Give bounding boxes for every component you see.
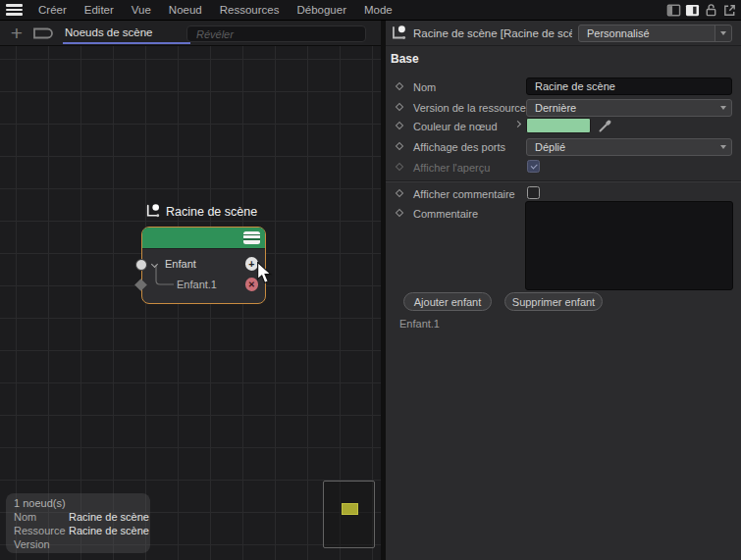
commentaire-checkbox[interactable] — [527, 186, 540, 199]
tab-noeuds-de-scene[interactable]: Noeuds de scène — [63, 21, 155, 45]
info-value: Racine de scène — [69, 510, 149, 524]
node-menu-icon[interactable] — [243, 231, 260, 244]
menu-editer[interactable]: Editer — [76, 0, 123, 21]
menu-noeud[interactable]: Noeud — [160, 0, 211, 21]
selection-info-box: 1 noeud(s) NomRacine de scène RessourceR… — [6, 493, 150, 553]
mouse-cursor — [256, 262, 273, 289]
node-title: Racine de scène — [144, 203, 257, 220]
ajouter-enfant-button[interactable]: Ajouter enfant — [403, 292, 492, 311]
scene-node-icon — [390, 25, 407, 46]
field-label-apercu: Afficher l'aperçu — [413, 162, 490, 174]
field-label-couleur: Couleur de nœud — [413, 121, 498, 132]
field-label-nom: Nom — [413, 81, 436, 93]
inspector-header: Racine de scène [Racine de scène] Person… — [386, 21, 741, 46]
field-label-commentaire-toggle: Afficher commentaire — [413, 188, 515, 200]
section-base: Base — [391, 52, 419, 66]
ports-display-dropdown[interactable]: Déplié — [526, 138, 732, 156]
tag-shape-icon[interactable] — [31, 25, 56, 46]
diamond-bullet-icon — [396, 103, 403, 111]
scene-node-icon — [144, 203, 161, 220]
search-input[interactable] — [186, 25, 366, 42]
menu-creer[interactable]: Créer — [29, 0, 76, 21]
diamond-bullet-icon — [396, 122, 403, 129]
popout-window-icon[interactable] — [721, 3, 737, 19]
diamond-bullet-icon — [396, 163, 403, 171]
nom-input[interactable] — [526, 77, 732, 95]
field-label-commentaire: Commentaire — [413, 208, 478, 220]
menu-vue[interactable]: Vue — [123, 0, 160, 21]
field-label-affichage: Affichage des ports — [413, 141, 505, 153]
menu-mode[interactable]: Mode — [355, 0, 401, 21]
diamond-bullet-icon — [396, 189, 403, 197]
info-value: Racine de scène — [69, 524, 149, 537]
apercu-checkbox[interactable] — [527, 160, 540, 173]
attribute-inspector: Racine de scène [Racine de scène] Person… — [386, 21, 741, 560]
preset-dropdown[interactable]: Personnalisé — [578, 25, 732, 42]
child-list-item: Enfant.1 — [399, 318, 440, 330]
port-label: Enfant.1 — [177, 279, 217, 290]
supprimer-enfant-button[interactable]: Supprimer enfant — [504, 292, 603, 311]
info-label: Nom — [14, 510, 69, 524]
node-header[interactable] — [142, 228, 265, 249]
commentaire-textarea[interactable] — [525, 201, 733, 290]
output-port-circle[interactable] — [135, 259, 147, 271]
field-label-version: Version de la ressource — [413, 102, 526, 114]
add-node-icon[interactable]: + — [6, 23, 27, 44]
window-toolbar-icons — [665, 0, 737, 21]
port-label: Enfant — [165, 258, 196, 270]
scene-root-node[interactable]: Enfant Enfant.1 + ✕ — [141, 227, 266, 304]
expand-chevron-icon[interactable] — [514, 121, 521, 127]
inspector-title: Racine de scène [Racine de scène] — [413, 21, 572, 46]
hamburger-menu-icon[interactable] — [0, 0, 29, 21]
version-value: Dernière — [535, 102, 576, 114]
affichage-value: Déplié — [535, 141, 565, 153]
node-count: 1 noeud(s) — [14, 496, 150, 510]
node-editor-pane: + Noeuds de scène Racine de scène Enfant… — [0, 21, 381, 560]
chevron-down-icon[interactable] — [151, 260, 158, 267]
node-color-swatch[interactable] — [526, 118, 591, 133]
chevron-down-icon — [720, 106, 726, 110]
eyedropper-icon[interactable] — [597, 117, 614, 138]
app-window: { "menubar": { "items": ["Créer", "Edite… — [0, 0, 741, 560]
minimap-viewport[interactable] — [342, 503, 358, 515]
menubar: Créer Editer Vue Noeud Ressources Débogu… — [0, 0, 741, 21]
info-label: Version — [14, 537, 69, 551]
check-icon — [530, 162, 537, 169]
diamond-bullet-icon — [396, 82, 403, 90]
chevron-down-icon — [720, 31, 726, 35]
menu-ressources[interactable]: Ressources — [211, 0, 289, 21]
version-dropdown[interactable]: Dernière — [526, 99, 732, 117]
node-graph-canvas[interactable]: Racine de scène Enfant Enfant.1 + ✕ — [0, 46, 381, 560]
preset-value: Personnalisé — [587, 27, 650, 39]
diamond-bullet-icon — [396, 142, 403, 150]
node-title-label: Racine de scène — [166, 205, 257, 219]
menu-deboguer[interactable]: Déboguer — [288, 0, 355, 21]
minimap[interactable] — [323, 481, 375, 548]
info-label: Ressource — [14, 524, 69, 537]
panel-right-toggle-icon[interactable] — [684, 3, 700, 19]
node-editor-toolbar: + Noeuds de scène — [0, 21, 381, 46]
panel-left-toggle-icon[interactable] — [665, 3, 681, 19]
diamond-bullet-icon — [396, 209, 403, 217]
chevron-down-icon — [720, 145, 726, 149]
lock-open-icon[interactable] — [703, 3, 718, 19]
